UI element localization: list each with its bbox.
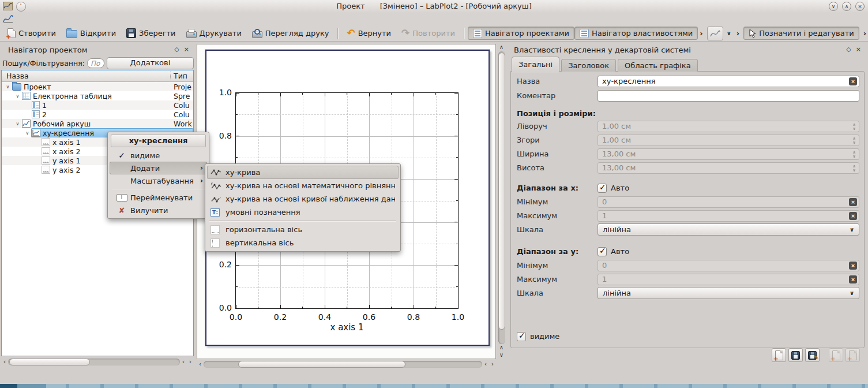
expander-icon[interactable]: ∨: [14, 121, 21, 126]
project-explorer-header[interactable]: Навігатор проектом ◇ ×: [1, 44, 195, 55]
submenu-item[interactable]: f ху-крива на основі математичного рівня…: [207, 179, 399, 192]
save-template-button[interactable]: [788, 348, 803, 362]
clear-field-icon[interactable]: ×: [849, 212, 857, 220]
spin-arrows-icon[interactable]: ∧∨: [852, 123, 856, 131]
curve-style-preview[interactable]: [707, 27, 723, 40]
menu-item[interactable]: ✘ Вилучити ›: [110, 204, 207, 217]
worksheet-hscrollbar[interactable]: ‹ ‹ ›: [197, 360, 496, 368]
scroll-down-icon[interactable]: ∨: [499, 352, 503, 359]
visible-checkbox[interactable]: [517, 332, 526, 341]
height-spinbox[interactable]: 13,00 см∧∨: [598, 162, 859, 174]
scroll-right-icon[interactable]: ›: [187, 358, 194, 366]
spin-arrows-icon[interactable]: ∧∨: [852, 151, 856, 159]
spin-arrows-icon[interactable]: ∧∨: [852, 137, 856, 145]
tree-row[interactable]: ∨ Електронна таблиця Spre: [2, 91, 193, 100]
menubar-item[interactable]: [27, 13, 37, 25]
menubar-item[interactable]: [47, 13, 58, 25]
properties-tab[interactable]: Загальні: [512, 57, 559, 72]
new-document-button[interactable]: Створити: [2, 27, 61, 40]
properties-explorer-button[interactable]: Навігатор властивостями: [574, 27, 698, 40]
paste-properties-button[interactable]: [846, 348, 860, 362]
clear-field-icon[interactable]: ×: [849, 262, 857, 270]
close-button[interactable]: ×: [855, 2, 865, 11]
x-scale-combobox[interactable]: лінійна∨: [598, 223, 859, 236]
menubar-item[interactable]: [68, 13, 78, 25]
redo-button[interactable]: ↷ Повторити: [396, 27, 460, 40]
expander-icon[interactable]: ∨: [14, 94, 21, 99]
clear-field-icon[interactable]: ×: [849, 275, 857, 283]
submenu-item[interactable]: T умовні позначення: [207, 206, 399, 219]
top-spinbox[interactable]: 1,00 см∧∨: [598, 135, 859, 146]
properties-tab[interactable]: Заголовок: [561, 59, 616, 72]
y-auto-checkbox[interactable]: [598, 247, 607, 256]
menubar-item[interactable]: [16, 13, 27, 25]
column-header-name[interactable]: Назва: [2, 72, 170, 80]
scrollbar-thumb[interactable]: [238, 361, 405, 368]
float-dock-icon[interactable]: ◇: [174, 46, 179, 54]
menubar-item[interactable]: [37, 13, 47, 25]
y-scale-combobox[interactable]: лінійна∨: [598, 287, 859, 299]
toolbar-extension-chevron[interactable]: ›: [862, 29, 868, 38]
menu-item[interactable]: Додати ›: [110, 162, 207, 174]
menu-item[interactable]: I Перейменувати ›: [110, 191, 207, 204]
menu-item[interactable]: ✓ видиме ›: [110, 149, 207, 162]
x-auto-checkbox[interactable]: [598, 184, 607, 193]
properties-tab[interactable]: Область графіка: [618, 59, 698, 72]
title-bar[interactable]: Проект[Змінено] – LabPlot2 - [Робочий ар…: [0, 0, 868, 13]
scroll-left-icon[interactable]: ‹: [197, 360, 204, 368]
tree-header[interactable]: Назва Тип: [2, 70, 193, 82]
load-template-button[interactable]: [772, 348, 786, 362]
submenu-item[interactable]: ху-крива на основі кривої наближення дан…: [207, 192, 399, 206]
name-input[interactable]: ху-креслення ×: [598, 76, 859, 87]
clear-field-icon[interactable]: ×: [849, 198, 857, 206]
scroll-up-icon[interactable]: ∧: [499, 344, 503, 352]
menubar-item[interactable]: [78, 13, 89, 25]
x-min-input[interactable]: 0×: [598, 196, 859, 208]
comment-input[interactable]: [598, 90, 859, 102]
submenu-item[interactable]: горизонтальна вісь: [207, 223, 399, 236]
toolbar-extension-chevron[interactable]: ›: [698, 29, 704, 38]
undo-button[interactable]: ↶ Вернути: [341, 27, 396, 40]
scroll-left-icon[interactable]: ‹: [482, 360, 489, 368]
select-edit-button[interactable]: Позначити і редагувати: [743, 27, 859, 40]
tree-row[interactable]: ∨ Проект Proje: [2, 82, 193, 91]
worksheet-vscrollbar[interactable]: ∧ ∧ ∨: [497, 44, 506, 359]
search-input[interactable]: По: [87, 58, 104, 68]
maximize-button[interactable]: ∧: [842, 2, 851, 11]
scrollbar-thumb[interactable]: [498, 53, 505, 330]
clear-field-icon[interactable]: ×: [849, 77, 857, 85]
scroll-right-icon[interactable]: ›: [489, 360, 496, 368]
spin-arrows-icon[interactable]: ∧∨: [852, 165, 856, 173]
project-tree-hscrollbar[interactable]: ‹ ‹ ›: [1, 358, 194, 366]
toolbar-extension-chevron[interactable]: ›: [735, 29, 741, 38]
menubar-item[interactable]: [58, 13, 68, 25]
project-explorer-button[interactable]: Навігатор проектами: [468, 27, 574, 40]
expander-icon[interactable]: ∨: [24, 130, 31, 136]
open-folder-button[interactable]: Відкрити: [61, 27, 121, 40]
left-spinbox[interactable]: 1,00 см∧∨: [598, 121, 859, 132]
advanced-options-button[interactable]: Додаткові параметри: [107, 57, 194, 69]
menu-item[interactable]: Масштабування ›: [110, 174, 207, 187]
close-dock-icon[interactable]: ×: [184, 46, 189, 54]
tree-row[interactable]: ∨ 2 Colu: [2, 110, 193, 119]
submenu-item[interactable]: вертикальна вісь: [207, 236, 399, 249]
scroll-left-icon[interactable]: ‹: [1, 358, 8, 366]
x-max-input[interactable]: 1×: [598, 210, 859, 222]
expander-icon[interactable]: ∨: [4, 84, 12, 89]
curve-dropdown-arrow[interactable]: ∨: [726, 30, 732, 36]
scrollbar-thumb[interactable]: [9, 359, 90, 365]
column-header-type[interactable]: Тип: [170, 72, 193, 80]
save-edit-template-button[interactable]: ✎: [805, 348, 820, 362]
submenu-item[interactable]: ху-крива: [207, 166, 399, 179]
close-dock-icon[interactable]: ×: [856, 46, 861, 54]
print-preview-button[interactable]: Перегляд друку: [247, 27, 335, 40]
scroll-left-icon[interactable]: ‹: [180, 358, 187, 366]
scroll-up-icon[interactable]: ∧: [499, 44, 503, 51]
y-min-input[interactable]: 0×: [598, 260, 859, 271]
width-spinbox[interactable]: 13,00 см∧∨: [598, 148, 859, 160]
y-max-input[interactable]: 1×: [598, 274, 859, 285]
tree-row[interactable]: ∨ Робочий аркуш Work: [2, 119, 193, 128]
float-dock-icon[interactable]: ◇: [846, 46, 851, 54]
properties-header[interactable]: Властивості креслення у декартовій систе…: [507, 44, 867, 55]
save-button[interactable]: Зберегти: [121, 27, 181, 40]
